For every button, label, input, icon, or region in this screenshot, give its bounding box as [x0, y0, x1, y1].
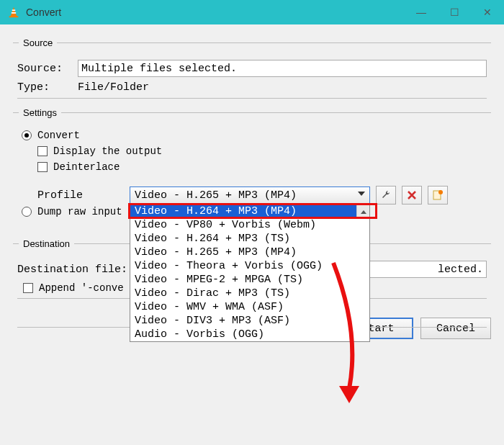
deinterlace-checkbox[interactable]: Deinterlace	[37, 161, 487, 173]
display-output-checkbox[interactable]: Display the output	[37, 145, 487, 157]
radio-icon	[22, 207, 32, 217]
profile-option[interactable]: Video - Dirac + MP3 (TS)	[130, 287, 369, 300]
wrench-icon	[380, 189, 392, 201]
new-profile-icon	[432, 189, 444, 201]
chevron-down-icon	[358, 192, 365, 196]
profile-option[interactable]: Video - Theora + Vorbis (OGG)	[130, 259, 369, 273]
window-title: Convert	[26, 6, 61, 18]
profile-option[interactable]: Video - DIV3 + MP3 (ASF)	[130, 314, 369, 328]
source-group: Source Source: Type: File/Folder	[13, 37, 491, 103]
destination-file-label: Destination file:	[17, 264, 127, 276]
dialog-content: Source Source: Type: File/Folder Setting…	[0, 24, 504, 313]
dump-raw-label: Dump raw input	[37, 206, 122, 217]
profile-option[interactable]: Video - MPEG-2 + MPGA (TS)	[130, 273, 369, 287]
new-profile-button[interactable]	[428, 186, 448, 204]
profile-combobox[interactable]: Video - H.265 + MP3 (MP4) Video - H.264 …	[130, 186, 370, 204]
delete-profile-button[interactable]	[402, 186, 422, 204]
svg-point-5	[438, 190, 443, 194]
profile-selected-value: Video - H.265 + MP3 (MP4)	[135, 189, 297, 202]
source-legend: Source	[19, 37, 57, 48]
svg-rect-3	[9, 16, 19, 17]
checkbox-icon	[23, 283, 33, 293]
source-input[interactable]	[78, 60, 487, 77]
profile-option[interactable]: Video - WMV + WMA (ASF)	[130, 300, 369, 314]
edit-profile-button[interactable]	[376, 186, 396, 204]
type-label: Type:	[17, 81, 71, 94]
svg-marker-0	[11, 7, 17, 17]
checkbox-icon	[37, 146, 48, 156]
checkbox-icon	[37, 162, 48, 172]
svg-rect-1	[12, 9, 16, 11]
profile-option[interactable]: Video - VP80 + Vorbis (Webm)	[130, 218, 369, 232]
source-label: Source:	[17, 63, 71, 75]
append-convert-label: Append '-conve	[39, 282, 124, 294]
type-value: File/Folder	[78, 81, 149, 94]
convert-radio-label: Convert	[37, 130, 80, 141]
deinterlace-label: Deinterlace	[53, 161, 120, 173]
scroll-up-button[interactable]	[356, 204, 369, 219]
titlebar: Convert — ☐ ✕	[0, 0, 504, 24]
svg-marker-6	[339, 386, 359, 403]
display-output-label: Display the output	[53, 145, 162, 157]
destination-legend: Destination	[19, 238, 74, 249]
svg-rect-2	[12, 12, 16, 14]
settings-legend: Settings	[19, 107, 61, 118]
profile-option[interactable]: Video - H.264 + MP3 (MP4)	[130, 204, 369, 218]
profile-option[interactable]: Audio - Vorbis (OGG)	[130, 328, 369, 341]
profile-option[interactable]: Video - H.265 + MP3 (MP4)	[130, 246, 369, 259]
profile-label: Profile	[37, 189, 124, 202]
profile-dropdown[interactable]: Video - H.264 + MP3 (MP4) Video - VP80 +…	[130, 204, 370, 342]
window-controls: — ☐ ✕	[405, 0, 504, 24]
convert-radio[interactable]: Convert	[22, 130, 487, 141]
profile-option[interactable]: Video - H.264 + MP3 (TS)	[130, 232, 369, 246]
minimize-button[interactable]: —	[405, 0, 438, 24]
vlc-cone-icon	[7, 6, 20, 19]
radio-icon	[22, 130, 32, 140]
maximize-button[interactable]: ☐	[438, 0, 471, 24]
delete-icon	[406, 189, 418, 201]
close-button[interactable]: ✕	[471, 0, 504, 24]
